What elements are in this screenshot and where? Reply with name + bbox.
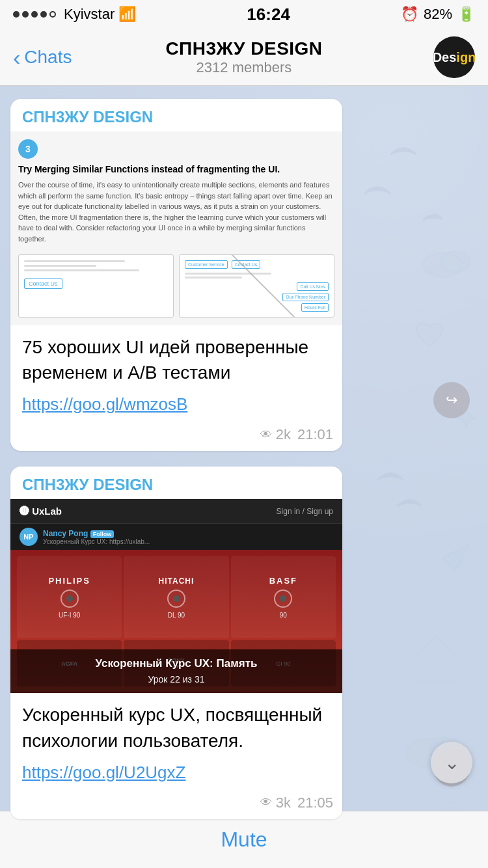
view-count-1: 2k xyxy=(276,426,291,443)
forward-button-1[interactable]: ↪ xyxy=(433,382,470,418)
chevron-left-icon: ‹ xyxy=(13,46,20,68)
eye-icon-2: 👁 xyxy=(260,796,272,809)
eye-icon-1: 👁 xyxy=(260,428,272,442)
message-bubble-1: СПН3ЖУ DESIGN 3 Try Merging Similar Func… xyxy=(10,99,342,451)
battery-percent: 82% xyxy=(424,6,452,23)
article-title: Try Merging Similar Functions instead of… xyxy=(18,164,334,174)
nav-center: СПН3ЖУ DESIGN 2312 members xyxy=(165,38,322,76)
message-wrapper-1: СПН3ЖУ DESIGN 3 Try Merging Similar Func… xyxy=(10,99,478,451)
message-link-1[interactable]: https://goo.gl/wmzosB xyxy=(10,392,342,424)
avatar-ign: ign xyxy=(456,50,475,64)
scroll-down-button[interactable]: ⌄ xyxy=(431,742,472,783)
chat-area: СПН3ЖУ DESIGN 3 Try Merging Similar Func… xyxy=(0,86,488,868)
message-time-1: 21:01 xyxy=(297,426,333,443)
back-label: Chats xyxy=(24,47,72,68)
message-sender-1: СПН3ЖУ DESIGN xyxy=(10,99,342,131)
message-bubble-2: СПН3ЖУ DESIGN 🅤 UxLab Sign in / Sign up … xyxy=(10,467,342,819)
alarm-icon: ⏰ xyxy=(401,6,418,23)
article-step-badge: 3 xyxy=(18,139,38,159)
message-link-2[interactable]: https://goo.gl/U2UgxZ xyxy=(10,760,342,792)
message-views-1: 👁 2k xyxy=(260,426,291,443)
signal-dots xyxy=(13,11,56,18)
channel-avatar[interactable]: Design xyxy=(433,36,475,78)
message-footer-2: 👁 3k 21:05 xyxy=(10,792,342,819)
avatar-text: Design xyxy=(433,51,475,64)
uxlab-logo: 🅤 UxLab xyxy=(20,506,62,517)
member-count: 2312 members xyxy=(165,59,322,76)
message-text-1: 75 хороших UI идей проверенные временем … xyxy=(10,325,342,392)
message-views-2: 👁 3k xyxy=(260,794,291,811)
signin-label: Sign in / Sign up xyxy=(277,507,333,516)
message-footer-1: 👁 2k 21:01 xyxy=(10,424,342,451)
avatar-des: Des xyxy=(433,50,456,64)
article-ui-mockup: Contact Us Customer Service Contact Us C… xyxy=(18,254,334,318)
signal-dot-4 xyxy=(40,11,47,18)
cassette-overlay: Ускоренный Курс UX: ПамятьУрок 22 из 31 xyxy=(10,649,342,694)
signal-dot-2 xyxy=(22,11,29,18)
cassette-hitachi: HITACHI DL 90 xyxy=(124,556,228,638)
article-preview-1[interactable]: 3 Try Merging Similar Functions instead … xyxy=(10,131,342,325)
status-bar: Kyivstar 📶 16:24 ⏰ 82% 🔋 xyxy=(0,0,488,29)
battery-icon: 🔋 xyxy=(457,6,475,23)
cassette-basf: BASF 90 xyxy=(231,556,336,638)
channel-title: СПН3ЖУ DESIGN xyxy=(165,38,322,59)
message-text-2: Ускоренный курс UX, посвященный психолог… xyxy=(10,693,342,759)
uxlab-image-container[interactable]: 🅤 UxLab Sign in / Sign up NP Nancy Pong … xyxy=(10,499,342,693)
message-sender-2: СПН3ЖУ DESIGN xyxy=(10,467,342,499)
message-time-2: 21:05 xyxy=(297,794,333,811)
status-left: Kyivstar 📶 xyxy=(13,6,136,23)
signal-dot-5 xyxy=(49,11,56,18)
chevron-down-icon: ⌄ xyxy=(444,752,459,774)
signal-dot-1 xyxy=(13,11,20,18)
back-button[interactable]: ‹ Chats xyxy=(13,46,104,68)
navigation-bar: ‹ Chats СПН3ЖУ DESIGN 2312 members Desig… xyxy=(0,29,488,86)
forward-icon-1: ↪ xyxy=(446,392,457,409)
view-count-2: 3k xyxy=(276,794,291,811)
carrier-name: Kyivstar xyxy=(64,6,115,23)
cassette-philips: PHILIPS UF-I 90 xyxy=(17,556,122,638)
wifi-icon: 📶 xyxy=(118,6,136,23)
article-body: Over the course of time, it's easy to un… xyxy=(18,180,334,244)
status-time: 16:24 xyxy=(247,5,290,25)
signal-dot-3 xyxy=(31,11,38,18)
profile-info: Nancy Pong Follow Ускоренный Курс UX: ht… xyxy=(43,529,150,545)
status-right: ⏰ 82% 🔋 xyxy=(401,6,475,23)
cassette-grid: PHILIPS UF-I 90 HITACHI DL 90 BASF xyxy=(10,550,342,693)
message-wrapper-2: СПН3ЖУ DESIGN 🅤 UxLab Sign in / Sign up … xyxy=(10,467,478,819)
profile-avatar: NP xyxy=(20,528,38,546)
